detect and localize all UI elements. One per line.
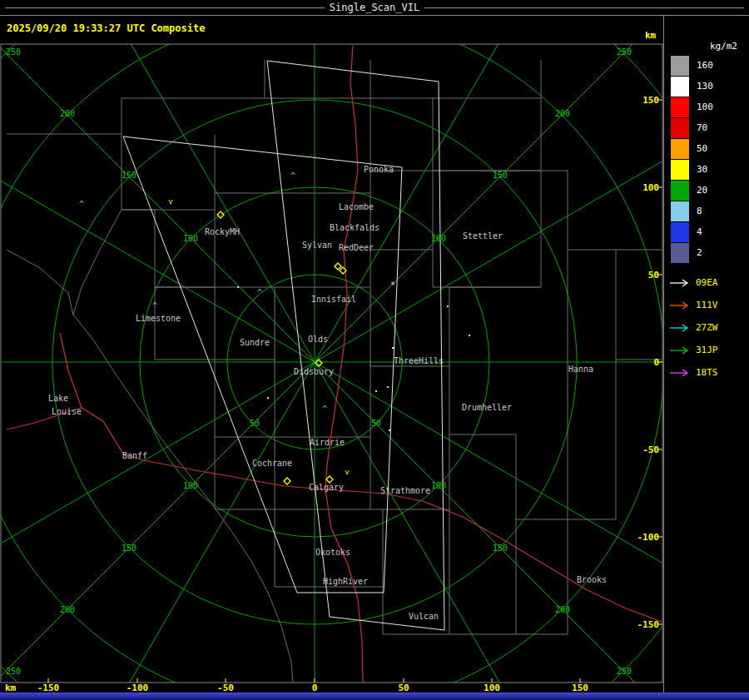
- colorbar-entry: 8: [664, 201, 749, 221]
- radar-id-label: 27ZW: [696, 322, 718, 333]
- boundary-line: [516, 519, 568, 634]
- time-scrollbar[interactable]: [0, 693, 749, 700]
- colorbar-entry: 50: [664, 138, 749, 159]
- legend-item: 09EA: [664, 271, 749, 294]
- radar-legend: 09EA111V27ZW31JP18TS: [664, 271, 749, 384]
- town-marker: [389, 429, 390, 431]
- boundary-line: [73, 210, 122, 315]
- radar-coverage-outline: [267, 61, 444, 630]
- radial-line: [315, 16, 542, 362]
- city-label: Strathmore: [380, 486, 430, 495]
- city-label: Olds: [308, 335, 328, 344]
- radar-site-marker: [326, 476, 333, 483]
- range-label: 200: [555, 109, 570, 118]
- window-title: Single_Scan_VIL: [330, 2, 419, 13]
- colorbar-value: 70: [697, 122, 707, 133]
- color-swatch: [671, 160, 689, 180]
- boundary-line: [7, 60, 265, 134]
- radar-id-label: 09EA: [696, 277, 718, 288]
- colorbar-entry: 20: [664, 180, 749, 201]
- colorbar-unit-label: kg/m2: [664, 41, 737, 52]
- range-label: 200: [60, 605, 75, 614]
- colorbar-value: 20: [697, 185, 707, 196]
- summit-marker: ^: [290, 171, 295, 181]
- range-label: 200: [555, 605, 570, 614]
- boundary-line: [616, 250, 662, 360]
- radar-arrow-icon: [669, 300, 691, 310]
- city-label: RockyMH: [205, 227, 240, 236]
- city-label: Louise: [52, 407, 82, 416]
- range-label: 150: [493, 171, 508, 180]
- legend-item: 18TS: [664, 361, 749, 384]
- color-swatch: [671, 243, 689, 263]
- range-label: 100: [431, 234, 446, 243]
- colorbar-value: 50: [697, 143, 707, 154]
- color-swatch: [671, 181, 689, 201]
- city-label: Lake: [48, 394, 68, 403]
- range-label: 150: [493, 544, 508, 553]
- radar-map-canvas[interactable]: 5050100100100100150150150150200200200200…: [0, 16, 663, 693]
- city-label: Sylvan: [302, 241, 332, 250]
- range-label: 50: [371, 419, 381, 428]
- color-swatch: [671, 139, 689, 159]
- radar-arrow-icon: [669, 278, 691, 288]
- range-label: 100: [183, 481, 198, 490]
- colorbar-entry: 70: [664, 117, 749, 138]
- titlebar-line-right: [424, 7, 744, 8]
- colorbar-value: 4: [697, 226, 702, 237]
- boundary-line: [215, 437, 275, 509]
- color-swatch: [671, 118, 689, 138]
- city-label: ThreeHills: [394, 356, 444, 365]
- town-marker: [469, 335, 470, 336]
- boundary-line: [433, 98, 541, 171]
- range-label: 200: [60, 109, 75, 118]
- boundary-line: [215, 360, 275, 437]
- range-label: 250: [6, 47, 21, 57]
- city-label: Sundre: [240, 338, 270, 347]
- radial-line: [88, 362, 315, 693]
- colorbar-value: 8: [697, 206, 702, 216]
- range-label: 150: [122, 544, 136, 553]
- radar-id-label: 31JP: [696, 345, 718, 355]
- boundary-line: [516, 250, 568, 519]
- range-label: 250: [617, 47, 632, 57]
- radar-id-label: 111V: [696, 300, 718, 310]
- boundary-line: [73, 315, 293, 683]
- city-label: Calgary: [309, 483, 344, 492]
- city-label: Hanna: [568, 365, 593, 374]
- city-label: Blackfalds: [330, 223, 379, 232]
- city-label: Ponoka: [364, 165, 394, 174]
- colorbar-entry: 4: [664, 221, 749, 242]
- colorbar-value: 30: [697, 164, 707, 175]
- radial-line: [0, 362, 315, 589]
- storm-vector-marker: v: [345, 468, 349, 476]
- colorbar-entry: 30: [664, 159, 749, 180]
- legend-item: 27ZW: [664, 316, 749, 339]
- radar-site-marker: [284, 478, 290, 484]
- radar-site-marker: [335, 263, 341, 270]
- town-marker: *: [390, 280, 396, 290]
- colorbar-value: 130: [697, 81, 713, 92]
- summit-marker: ^: [257, 288, 262, 297]
- window-titlebar[interactable]: Single_Scan_VIL: [0, 0, 749, 16]
- titlebar-line-left: [5, 7, 325, 8]
- color-swatch: [671, 77, 689, 97]
- color-swatch: [671, 222, 689, 242]
- radial-line: [315, 362, 663, 589]
- summit-marker: ^: [79, 200, 84, 209]
- legend-item: 111V: [664, 294, 749, 316]
- color-swatch: [671, 56, 689, 76]
- radar-arrow-icon: [669, 345, 691, 355]
- town-marker: [267, 397, 269, 399]
- city-label: Banff: [122, 451, 147, 460]
- city-label: Limestone: [136, 314, 181, 323]
- radial-line: [0, 136, 315, 363]
- boundary-line: [265, 60, 370, 98]
- town-marker: [375, 390, 377, 392]
- city-label: Okotoks: [315, 548, 350, 557]
- range-label: 100: [431, 481, 446, 490]
- boundary-line: [7, 250, 73, 315]
- axis-label: -100: [637, 532, 660, 543]
- city-label: Brooks: [577, 575, 607, 584]
- city-label: Stettler: [463, 231, 503, 241]
